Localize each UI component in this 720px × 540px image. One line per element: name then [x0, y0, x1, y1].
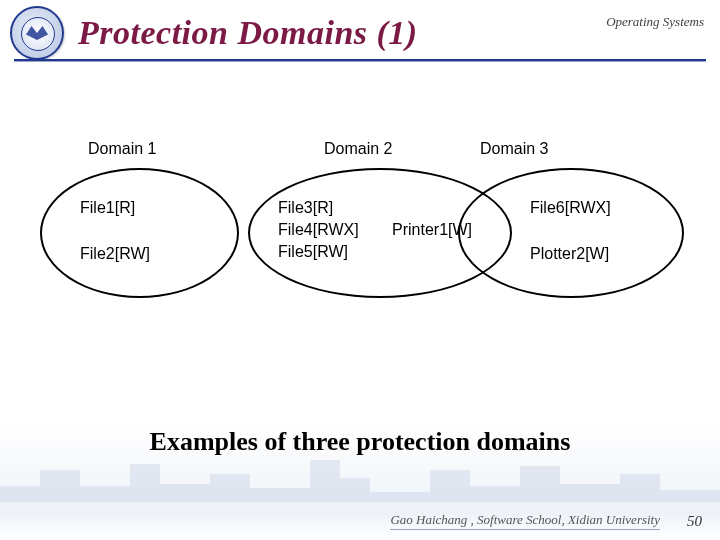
domain-2-file5: File5[RW] [278, 242, 348, 263]
overlap-printer1: Printer1[W] [392, 220, 472, 241]
domain-3-ellipse-icon [458, 168, 684, 298]
domain-1-ellipse-icon [40, 168, 239, 298]
page-number: 50 [687, 513, 702, 530]
slide: Protection Domains (1) Operating Systems… [0, 0, 720, 540]
university-logo [10, 6, 64, 60]
domain-2-file3: File3[R] [278, 198, 333, 219]
figure-caption: Examples of three protection domains [0, 427, 720, 457]
domains-diagram: Domain 1 Domain 2 Domain 3 File1[R] File… [40, 140, 680, 340]
header: Protection Domains (1) Operating Systems [0, 0, 720, 72]
footer-credit: Gao Haichang , Software School, Xidian U… [390, 512, 660, 530]
domain-1-file2: File2[RW] [80, 244, 150, 265]
domain-1-label: Domain 1 [88, 140, 156, 158]
domain-2-label: Domain 2 [324, 140, 392, 158]
domain-3-file6: File6[RWX] [530, 198, 611, 219]
domain-3-plotter2: Plotter2[W] [530, 244, 609, 265]
course-label: Operating Systems [606, 14, 704, 30]
page-title: Protection Domains (1) [78, 14, 418, 52]
domain-2-file4: File4[RWX] [278, 220, 359, 241]
title-underline [14, 59, 706, 62]
background-silhouette-icon [0, 456, 720, 502]
domain-3-label: Domain 3 [480, 140, 548, 158]
domain-1-file1: File1[R] [80, 198, 135, 219]
